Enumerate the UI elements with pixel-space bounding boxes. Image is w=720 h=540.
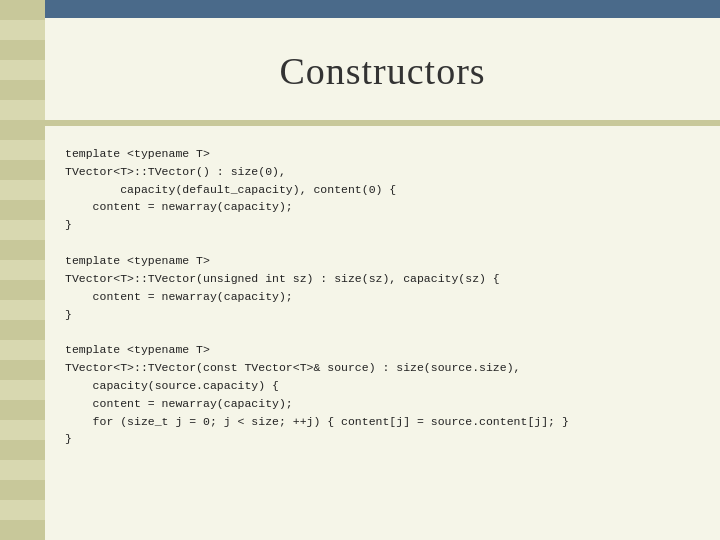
code-block-3: template <typename T> TVector<T>::TVecto…: [65, 341, 695, 448]
left-stripe-decoration: [0, 0, 45, 540]
code-line: for (size_t j = 0; j < size; ++j) { cont…: [65, 413, 695, 431]
code-line: template <typename T>: [65, 252, 695, 270]
content-area: template <typename T> TVector<T>::TVecto…: [55, 130, 705, 530]
code-line: template <typename T>: [65, 145, 695, 163]
code-line: content = newarray(capacity);: [65, 198, 695, 216]
code-line: TVector<T>::TVector() : size(0),: [65, 163, 695, 181]
top-bar-decoration: [45, 0, 720, 18]
title-bottom-bar: [45, 120, 720, 126]
page-title: Constructors: [279, 49, 485, 93]
code-block-1: template <typename T> TVector<T>::TVecto…: [65, 145, 695, 234]
code-line: }: [65, 430, 695, 448]
code-line: }: [65, 306, 695, 324]
code-line: TVector<T>::TVector(const TVector<T>& so…: [65, 359, 695, 377]
title-area: Constructors: [45, 18, 720, 123]
code-line: }: [65, 216, 695, 234]
code-line: capacity(default_capacity), content(0) {: [65, 181, 695, 199]
code-line: capacity(source.capacity) {: [65, 377, 695, 395]
code-block-2: template <typename T> TVector<T>::TVecto…: [65, 252, 695, 323]
code-line: template <typename T>: [65, 341, 695, 359]
code-line: content = newarray(capacity);: [65, 288, 695, 306]
code-line: TVector<T>::TVector(unsigned int sz) : s…: [65, 270, 695, 288]
code-line: content = newarray(capacity);: [65, 395, 695, 413]
